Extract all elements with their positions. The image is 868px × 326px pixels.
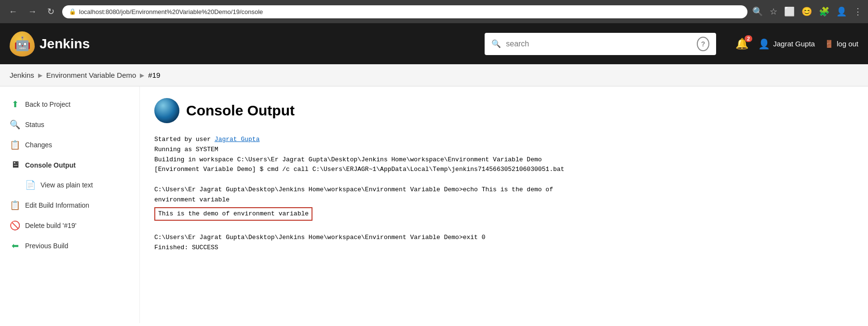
breadcrumb: Jenkins ▶ Environment Variable Demo ▶ #1… [0,64,868,86]
console-user-link[interactable]: Jagrat Gupta [215,136,260,143]
tab-icon[interactable]: ⬜ [784,6,795,17]
sidebar-item-status[interactable]: 🔍 Status [0,114,139,135]
sidebar-label-changes: Changes [25,141,52,149]
refresh-button[interactable]: ↻ [44,4,57,19]
console-line-3: Building in workspace C:\Users\Er Jagrat… [154,155,854,165]
delete-icon: 🚫 [10,220,20,231]
header-right: 🔔 2 👤 Jagrat Gupta 🚪 log out [735,38,858,50]
user-button[interactable]: 👤 Jagrat Gupta [758,38,815,50]
url-text: localhost:8080/job/Environment%20Variabl… [79,8,263,15]
previous-icon: ⬅ [10,241,20,251]
notification-badge: 2 [745,35,752,42]
search-browser-icon[interactable]: 🔍 [752,6,763,17]
breadcrumb-jenkins[interactable]: Jenkins [10,71,34,79]
console-line-1: Started by user Jagrat Gupta [154,135,854,145]
address-bar[interactable]: 🔒 localhost:8080/job/Environment%20Varia… [62,5,747,18]
console-line-2: Running as SYSTEM [154,145,854,155]
sidebar-label-console-output: Console Output [25,161,76,169]
status-icon: 🔍 [10,119,20,130]
logout-button[interactable]: 🚪 log out [825,40,858,48]
lock-icon: 🔒 [69,8,76,15]
search-input[interactable] [506,40,692,48]
jenkins-logo: 🤖 Jenkins [10,31,90,57]
sidebar-item-view-plain-text[interactable]: 📄 View as plain text [0,175,139,195]
menu-icon[interactable]: ⋮ [854,6,862,17]
console-line-highlighted: This is the demo of environment variable [154,205,854,223]
sidebar-item-previous-build[interactable]: ⬅ Previous Build [0,236,139,256]
forward-button[interactable]: → [25,5,40,19]
logout-icon: 🚪 [825,40,834,48]
sidebar-label-view-plain-text: View as plain text [41,181,93,189]
edit-icon: 📋 [10,200,20,211]
user-icon: 👤 [758,38,770,50]
search-bar[interactable]: 🔍 ? [485,33,716,55]
search-icon: 🔍 [491,39,501,48]
back-button[interactable]: ← [6,5,20,19]
console-line-6: environment variable [154,195,854,205]
console-line-4: [Environment Variable Demo] $ cmd /c cal… [154,165,854,175]
breadcrumb-project[interactable]: Environment Variable Demo [46,71,136,79]
sidebar-item-console-output[interactable]: 🖥 Console Output [0,155,139,175]
emoji-icon[interactable]: 😊 [801,6,812,17]
highlighted-output: This is the demo of environment variable [154,207,312,221]
sidebar-label-back-to-project: Back to Project [25,100,70,108]
console-line-8: Finished: SUCCESS [154,243,854,253]
sidebar-item-edit-build-info[interactable]: 📋 Edit Build Information [0,195,139,215]
changes-icon: 📋 [10,140,20,150]
console-icon: 🖥 [10,160,20,170]
main-content: Console Output Started by user Jagrat Gu… [140,86,868,323]
globe-icon [154,98,179,123]
jenkins-mascot-icon: 🤖 [10,31,35,57]
page-title: Console Output [186,102,295,119]
sidebar-item-back-to-project[interactable]: ⬆ Back to Project [0,94,139,114]
sidebar-item-delete-build[interactable]: 🚫 Delete build '#19' [0,215,139,236]
logout-label: log out [837,40,858,48]
breadcrumb-sep-1: ▶ [38,72,42,79]
console-line-7: C:\Users\Er Jagrat Gupta\Desktop\Jenkins… [154,233,854,243]
sidebar: ⬆ Back to Project 🔍 Status 📋 Changes 🖥 C… [0,86,140,323]
plain-text-icon: 📄 [25,180,36,190]
browser-toolbar: 🔍 ☆ ⬜ 😊 🧩 👤 ⋮ [752,6,862,17]
sidebar-item-changes[interactable]: 📋 Changes [0,135,139,155]
breadcrumb-sep-2: ▶ [140,72,144,79]
bookmark-icon[interactable]: ☆ [770,6,777,17]
user-name: Jagrat Gupta [773,40,815,48]
jenkins-title: Jenkins [40,36,90,52]
notification-button[interactable]: 🔔 2 [735,38,748,50]
sidebar-label-delete-build: Delete build '#19' [25,222,77,229]
jenkins-header: 🤖 Jenkins 🔍 ? 🔔 2 👤 Jagrat Gupta 🚪 log o… [0,23,868,64]
sidebar-label-status: Status [25,121,44,128]
breadcrumb-build: #19 [148,71,160,79]
profile-icon[interactable]: 👤 [836,6,847,17]
main-layout: ⬆ Back to Project 🔍 Status 📋 Changes 🖥 C… [0,86,868,323]
help-button[interactable]: ? [697,37,709,51]
puzzle-icon[interactable]: 🧩 [819,6,829,17]
browser-chrome: ← → ↻ 🔒 localhost:8080/job/Environment%2… [0,0,868,23]
sidebar-label-previous-build: Previous Build [25,242,68,250]
console-started-by-text: Started by user [154,136,215,143]
console-line-5: C:\Users\Er Jagrat Gupta\Desktop\Jenkins… [154,185,854,195]
back-arrow-icon: ⬆ [10,99,20,110]
sidebar-label-edit-build-info: Edit Build Information [25,201,89,209]
console-output-area: Started by user Jagrat Gupta Running as … [154,135,854,253]
page-title-container: Console Output [154,98,854,123]
